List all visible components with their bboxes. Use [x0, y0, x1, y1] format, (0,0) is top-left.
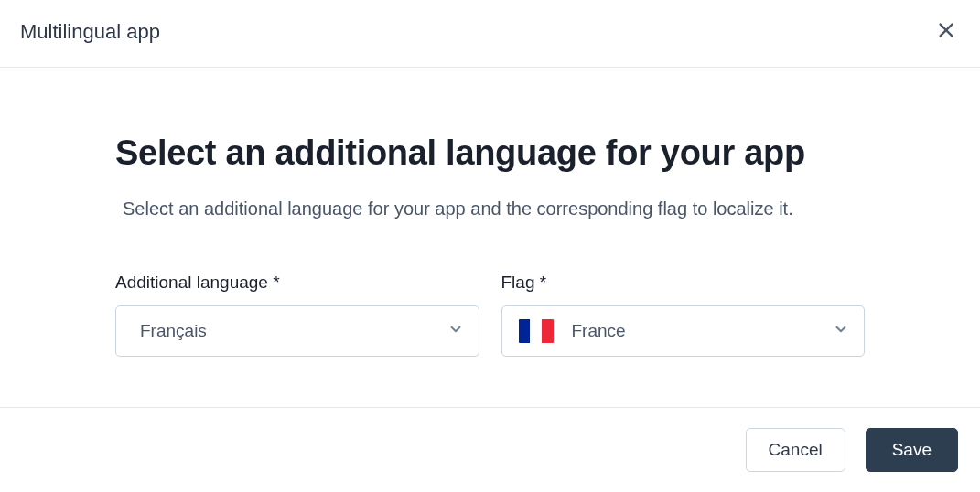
flag-select[interactable]: France	[501, 305, 866, 357]
chevron-down-icon	[833, 321, 849, 341]
chevron-down-icon	[447, 321, 464, 341]
flag-value-wrapper: France	[519, 319, 626, 343]
close-icon	[936, 20, 956, 43]
page-heading: Select an additional language for your a…	[115, 134, 865, 173]
fields-row: Additional language * Français Flag *	[115, 273, 865, 357]
flag-stripe-2	[530, 319, 542, 343]
language-field: Additional language * Français	[115, 273, 479, 357]
save-button[interactable]: Save	[866, 428, 958, 472]
page-subheading: Select an additional language for your a…	[115, 198, 865, 219]
flag-value: France	[572, 321, 626, 341]
flag-field: Flag * France	[501, 273, 866, 357]
modal-title: Multilingual app	[20, 20, 160, 44]
flag-stripe-1	[519, 319, 531, 343]
modal-body: Select an additional language for your a…	[0, 68, 980, 393]
flag-stripe-3	[542, 319, 554, 343]
france-flag-icon	[519, 319, 554, 343]
language-select[interactable]: Français	[115, 305, 479, 357]
close-button[interactable]	[932, 16, 960, 47]
language-value: Français	[140, 321, 207, 341]
flag-label: Flag *	[501, 273, 866, 293]
language-label: Additional language *	[115, 273, 479, 293]
modal-header: Multilingual app	[0, 0, 980, 68]
cancel-button[interactable]: Cancel	[746, 428, 845, 472]
modal-footer: Cancel Save	[0, 407, 980, 492]
